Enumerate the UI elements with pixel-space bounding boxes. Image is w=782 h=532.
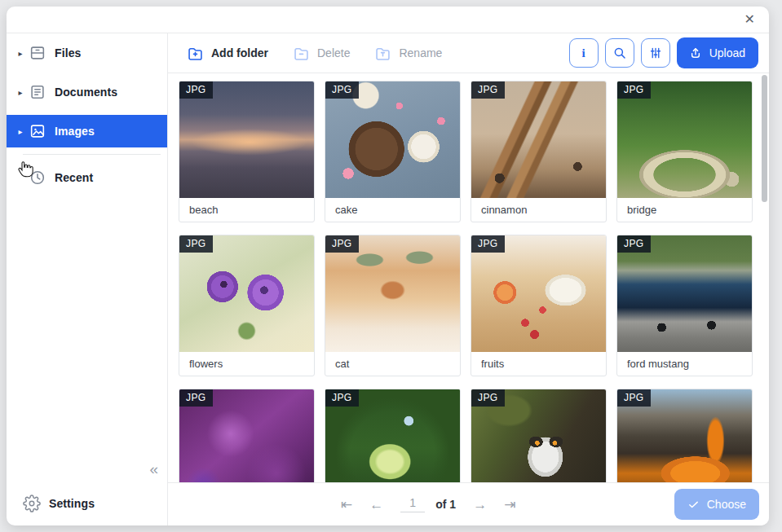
documents-icon <box>29 83 46 101</box>
image-thumbnail: JPG <box>617 389 752 482</box>
file-type-badge: JPG <box>325 81 359 99</box>
folder-rename-icon <box>374 45 391 62</box>
first-page-button[interactable]: ⇤ <box>341 498 352 512</box>
search-icon <box>612 46 627 60</box>
toolbar: Add folder Delete <box>168 33 769 73</box>
file-type-badge: JPG <box>617 389 651 407</box>
image-thumbnail: JPG <box>179 235 314 352</box>
sidebar-item-images[interactable]: ▸ Images <box>7 115 167 147</box>
folder-plus-icon <box>187 45 204 62</box>
file-type-badge: JPG <box>179 389 213 407</box>
image-name: cat <box>325 352 460 376</box>
search-button[interactable] <box>605 38 634 68</box>
delete-button[interactable]: Delete <box>293 45 350 62</box>
file-type-badge: JPG <box>617 235 651 253</box>
image-thumbnail: JPG <box>617 81 752 198</box>
image-thumbnail: JPG <box>325 81 460 198</box>
chevron-right-icon[interactable]: ▸ <box>15 88 26 97</box>
image-name: beach <box>179 198 314 222</box>
file-type-badge: JPG <box>179 81 213 99</box>
image-card-lemur[interactable]: JPG <box>471 389 607 482</box>
page-total-label: of 1 <box>435 498 456 511</box>
image-card-bridge[interactable]: JPG bridge <box>616 81 753 222</box>
toolbar-right-group: i <box>569 37 758 68</box>
image-name: bridge <box>617 198 752 222</box>
pagination: ⇤ ← of 1 → ⇥ <box>341 496 515 512</box>
page-number-input[interactable] <box>400 496 425 512</box>
images-icon <box>29 122 46 140</box>
image-name: flowers <box>179 352 314 376</box>
filter-button[interactable] <box>641 38 670 68</box>
image-card-flowers[interactable]: JPG flowers <box>179 235 315 376</box>
image-card-beach[interactable]: JPG beach <box>179 81 315 222</box>
add-folder-label: Add folder <box>211 46 268 59</box>
image-name: cinnamon <box>471 198 606 222</box>
close-button[interactable]: ✕ <box>741 11 758 28</box>
image-card-purple[interactable]: JPG <box>179 389 315 482</box>
chevron-right-icon[interactable]: ▸ <box>15 49 26 58</box>
folder-minus-icon <box>293 45 310 62</box>
image-name: cake <box>325 198 460 222</box>
file-grid-viewport: JPG beach JPG cake JPG <box>168 73 769 482</box>
scrollbar-thumb[interactable] <box>762 75 767 202</box>
dialog-header: ✕ <box>7 7 769 33</box>
arrow-right-icon: → <box>473 497 487 512</box>
image-thumbnail: JPG <box>471 235 606 352</box>
image-card-cinnamon[interactable]: JPG cinnamon <box>471 81 607 222</box>
chevron-right-icon[interactable]: ▸ <box>15 127 26 136</box>
clock-icon <box>29 169 46 187</box>
file-type-badge: JPG <box>471 81 505 99</box>
image-thumbnail: JPG <box>325 389 460 482</box>
sidebar-item-label: Settings <box>49 497 95 510</box>
sliders-icon <box>648 46 663 60</box>
file-type-badge: JPG <box>325 235 359 253</box>
delete-label: Delete <box>317 46 350 59</box>
double-chevron-left-icon: « <box>149 460 158 477</box>
image-thumbnail: JPG <box>179 389 314 482</box>
file-type-badge: JPG <box>179 235 213 253</box>
gear-icon <box>23 495 41 512</box>
sidebar-item-recent[interactable]: Recent <box>7 161 167 194</box>
rename-button[interactable]: Rename <box>374 45 442 62</box>
image-card-ford-mustang[interactable]: JPG ford mustang <box>616 235 753 376</box>
add-folder-button[interactable]: Add folder <box>187 45 268 62</box>
last-page-button[interactable]: ⇥ <box>504 498 515 512</box>
footer-bar: ⇤ ← of 1 → ⇥ <box>168 482 769 525</box>
sidebar-divider <box>23 154 161 155</box>
sidebar-item-label: Images <box>55 125 95 138</box>
info-button[interactable]: i <box>569 38 599 68</box>
image-thumbnail: JPG <box>179 81 314 198</box>
arrow-to-start-icon: ⇤ <box>341 497 352 512</box>
image-card-cake[interactable]: JPG cake <box>325 81 461 222</box>
sidebar-item-label: Documents <box>55 86 117 99</box>
file-grid: JPG beach JPG cake JPG <box>168 73 769 482</box>
file-type-badge: JPG <box>325 389 359 407</box>
upload-button[interactable]: Upload <box>677 37 758 68</box>
arrow-to-end-icon: ⇥ <box>504 497 515 512</box>
upload-icon <box>688 46 703 60</box>
sidebar: ▸ Files ▸ Documents <box>7 33 168 525</box>
image-thumbnail: JPG <box>325 235 460 352</box>
prev-page-button[interactable]: ← <box>369 498 383 512</box>
sidebar-item-documents[interactable]: ▸ Documents <box>7 76 167 108</box>
image-name: ford mustang <box>617 352 752 376</box>
image-name: fruits <box>471 352 606 376</box>
check-icon <box>687 499 700 511</box>
file-type-badge: JPG <box>471 389 505 407</box>
close-icon: ✕ <box>744 12 755 26</box>
choose-button[interactable]: Choose <box>674 489 759 520</box>
collapse-sidebar-button[interactable]: « <box>149 461 158 477</box>
file-type-badge: JPG <box>471 235 505 253</box>
file-type-badge: JPG <box>617 81 651 99</box>
upload-label: Upload <box>709 46 745 59</box>
image-card-fruits[interactable]: JPG fruits <box>471 235 607 376</box>
next-page-button[interactable]: → <box>473 498 487 512</box>
rename-label: Rename <box>399 46 442 59</box>
image-card-orange-car[interactable]: JPG <box>616 389 753 482</box>
sidebar-item-settings[interactable]: Settings <box>7 481 167 525</box>
sidebar-item-files[interactable]: ▸ Files <box>7 37 167 69</box>
image-card-cat[interactable]: JPG cat <box>325 235 461 376</box>
sidebar-item-label: Recent <box>55 171 93 184</box>
main-panel: Add folder Delete <box>168 33 769 525</box>
image-card-hedge-heart[interactable]: JPG <box>325 389 461 482</box>
